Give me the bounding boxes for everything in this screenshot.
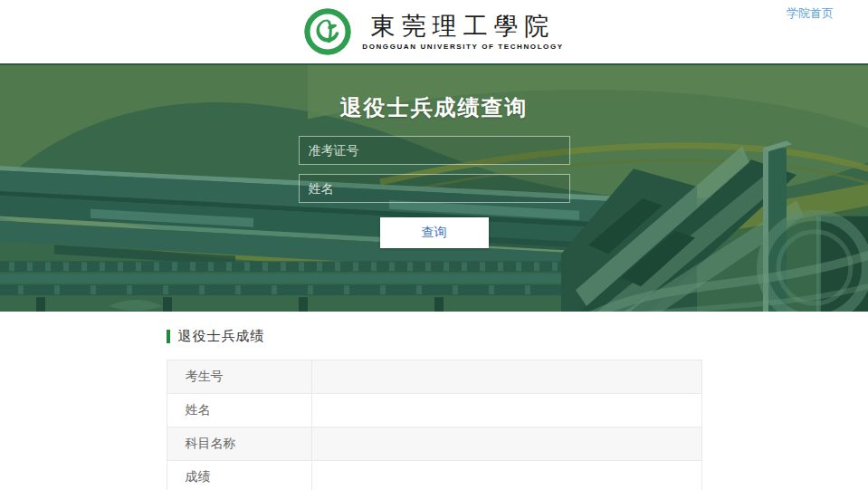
page-title: 退役士兵成绩查询 [299,93,570,122]
row-label-candidate-no: 考生号 [167,360,311,394]
admission-ticket-input[interactable] [299,136,570,165]
table-row: 姓名 [167,394,701,428]
row-value-name [311,394,701,428]
logo-text: 東莞理工學院 DONGGUAN UNIVERSITY OF TECHNOLOGY [362,13,563,51]
green-bar-icon [167,330,170,343]
score-table: 考生号 姓名 科目名称 成绩 [167,360,702,490]
row-value-candidate-no [311,360,701,394]
table-row: 成绩 [167,461,701,490]
results-section-title: 退役士兵成绩 [178,328,265,345]
results-section: 退役士兵成绩 考生号 姓名 科目名称 成绩 [167,328,702,490]
query-banner: 退役士兵成绩查询 查询 [0,63,868,312]
query-button[interactable]: 查询 [380,217,489,248]
university-name-en: DONGGUAN UNIVERSITY OF TECHNOLOGY [362,43,563,51]
row-label-name: 姓名 [167,394,311,428]
name-input[interactable] [299,174,570,203]
row-value-score [311,461,701,490]
results-heading: 退役士兵成绩 [167,328,702,345]
page-header: 東莞理工學院 DONGGUAN UNIVERSITY OF TECHNOLOGY… [0,0,868,63]
query-form: 退役士兵成绩查询 查询 [299,65,570,248]
university-seal-icon [304,8,351,55]
table-row: 考生号 [167,360,701,394]
table-row: 科目名称 [167,428,701,461]
row-label-score: 成绩 [167,461,311,490]
university-logo: 東莞理工學院 DONGGUAN UNIVERSITY OF TECHNOLOGY [0,0,868,55]
row-value-subject [311,428,701,461]
row-label-subject: 科目名称 [167,428,311,461]
university-name-zh: 東莞理工學院 [362,13,563,40]
college-home-link[interactable]: 学院首页 [787,5,834,22]
